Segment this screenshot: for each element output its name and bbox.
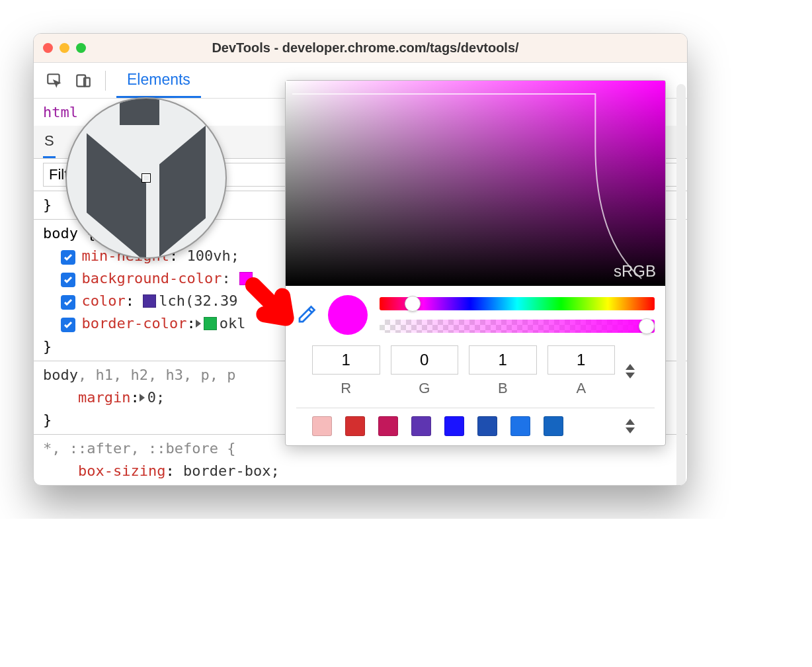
r-label: R xyxy=(312,380,380,397)
expand-icon[interactable] xyxy=(196,320,201,328)
a-input[interactable] xyxy=(548,345,616,375)
zoom-window-button[interactable] xyxy=(76,43,86,53)
palette-swatch[interactable] xyxy=(411,416,431,436)
g-input[interactable] xyxy=(391,345,459,375)
rgba-inputs: R G B A xyxy=(286,339,665,400)
devtools-window: DevTools - developer.chrome.com/tags/dev… xyxy=(33,33,688,486)
decl-box-sizing[interactable]: box-sizing: border-box; xyxy=(43,460,678,482)
spectrum-canvas[interactable]: sRGB xyxy=(286,81,665,286)
b-input[interactable] xyxy=(469,345,537,375)
close-window-button[interactable] xyxy=(43,43,53,53)
checkbox-icon[interactable] xyxy=(61,318,75,332)
b-label: B xyxy=(469,380,537,397)
palette xyxy=(286,408,665,445)
minimize-window-button[interactable] xyxy=(60,43,69,53)
palette-swatch[interactable] xyxy=(345,416,365,436)
color-swatch-icon[interactable] xyxy=(143,294,156,308)
color-swatch-icon[interactable] xyxy=(204,317,217,330)
toolbar-divider xyxy=(105,71,106,91)
color-swatch-icon[interactable] xyxy=(239,272,253,285)
checkbox-icon[interactable] xyxy=(61,250,75,265)
hue-slider[interactable] xyxy=(380,297,655,310)
gamut-label: sRGB xyxy=(614,262,656,281)
color-picker: sRGB R G B xyxy=(285,80,666,446)
tab-elements[interactable]: Elements xyxy=(116,63,201,98)
checkbox-icon[interactable] xyxy=(61,295,75,310)
checkbox-icon[interactable] xyxy=(61,273,75,287)
device-toolbar-icon[interactable] xyxy=(72,69,95,92)
titlebar: DevTools - developer.chrome.com/tags/dev… xyxy=(34,34,687,63)
inspect-element-icon[interactable] xyxy=(43,69,65,92)
palette-swatch[interactable] xyxy=(477,416,497,436)
current-color-swatch xyxy=(328,295,368,335)
palette-swatch[interactable] xyxy=(510,416,530,436)
alpha-slider[interactable] xyxy=(380,320,655,333)
palette-swatch[interactable] xyxy=(544,416,563,436)
eyedropper-icon[interactable] xyxy=(296,305,316,325)
palette-swatch[interactable] xyxy=(312,416,332,436)
expand-icon[interactable] xyxy=(140,394,145,402)
magnifier-cursor-icon xyxy=(142,174,150,182)
window-controls xyxy=(43,43,86,53)
subtab-styles-left[interactable]: S xyxy=(43,126,56,158)
window-title: DevTools - developer.chrome.com/tags/dev… xyxy=(86,40,645,56)
r-input[interactable] xyxy=(312,345,380,375)
palette-stepper[interactable] xyxy=(626,419,639,433)
eyedropper-magnifier xyxy=(65,97,227,259)
g-label: G xyxy=(391,380,459,397)
palette-swatch[interactable] xyxy=(378,416,398,436)
scrollbar[interactable] xyxy=(676,84,686,486)
a-label: A xyxy=(548,380,616,397)
format-stepper[interactable] xyxy=(626,364,639,378)
palette-swatch[interactable] xyxy=(444,416,464,436)
